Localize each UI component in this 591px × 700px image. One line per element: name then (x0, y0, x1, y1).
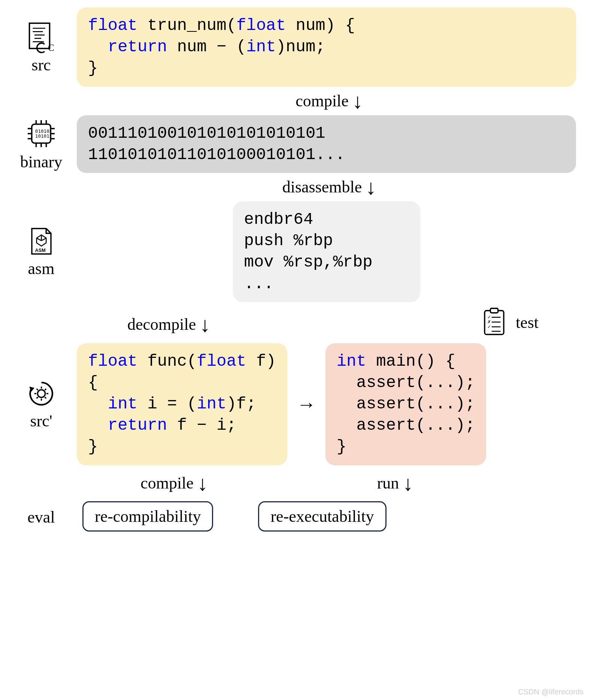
asm-label: asm (28, 259, 55, 278)
compile2-label: compile (140, 474, 194, 493)
svg-line-42 (45, 397, 46, 398)
compile-label: compile (296, 91, 349, 110)
svg-text:ASM: ASM (35, 247, 45, 253)
eval-label: eval (15, 508, 67, 527)
bottom-arrows-row: compile ↓ run ↓ (15, 469, 576, 497)
svg-text:10101: 10101 (35, 133, 49, 139)
test-code: int main() { assert(...); assert(...); a… (325, 343, 487, 465)
decompile-label: decompile (127, 315, 196, 334)
binary-label-col: 01010 10101 binary (15, 117, 67, 171)
svg-rect-27 (490, 308, 498, 313)
svg-line-43 (36, 397, 37, 398)
svg-point-36 (37, 390, 45, 397)
compile-arrow-section: compile ↓ (82, 91, 576, 112)
test-label: test (516, 313, 539, 332)
asm-label-col: ASM asm (15, 225, 67, 278)
svg-line-44 (45, 389, 46, 390)
asm-code: endbr64 push %rbp mov %rsp,%rbp ... (233, 201, 420, 302)
reverse-gear-icon (25, 378, 57, 410)
svg-line-23 (36, 238, 41, 241)
srcprime-row: src' float func(float f) { int i = (int)… (15, 343, 576, 465)
down-arrow-icon: ↓ (352, 91, 363, 112)
down-arrow-icon: ↓ (200, 314, 210, 335)
svg-text:✓: ✓ (487, 324, 491, 329)
svg-line-24 (41, 238, 46, 241)
disassemble-label: disassemble (282, 177, 362, 197)
binary-label: binary (20, 152, 62, 171)
src-label-col: C src (15, 20, 67, 74)
down-arrow-icon: ↓ (366, 177, 376, 198)
asm-file-icon: ASM (25, 225, 57, 257)
srcprime-label: src' (30, 411, 52, 430)
clipboard-icon: ✓ ✗ ✓ (478, 306, 510, 338)
source-file-icon: C (24, 20, 58, 54)
svg-text:✗: ✗ (487, 319, 491, 324)
svg-rect-0 (30, 23, 50, 49)
srcprime-label-col: src' (15, 378, 67, 430)
recompilability-box: re-compilability (82, 501, 213, 532)
binary-row: 01010 10101 binary 001110100101010101010… (15, 115, 576, 173)
chip-icon: 01010 10101 (24, 117, 58, 150)
eval-row: eval re-compilability re-executability (15, 501, 576, 532)
watermark: CSDN @liferecords (518, 688, 584, 696)
src-row: C src float trun_num(float num) { return… (15, 7, 576, 87)
srcprime-code: float func(float f) { int i = (int)f; re… (77, 343, 287, 465)
binary-code: 001110100101010101010101 110101010110101… (77, 115, 576, 173)
down-arrow-icon: ↓ (403, 473, 413, 494)
src-label: src (31, 55, 51, 74)
down-arrow-icon: ↓ (197, 473, 208, 494)
svg-text:✓: ✓ (487, 314, 491, 320)
right-arrow-icon: → (297, 393, 316, 415)
decompile-test-row: decompile ↓ ✓ ✗ ✓ test (15, 306, 576, 343)
src-code: float trun_num(float num) { return num −… (77, 7, 576, 87)
svg-text:C: C (48, 43, 54, 53)
run-label: run (377, 474, 399, 493)
reexecutability-box: re-executability (258, 501, 386, 532)
disassemble-arrow-section: disassemble ↓ (82, 177, 576, 198)
svg-line-41 (36, 389, 37, 390)
asm-row: ASM asm endbr64 push %rbp mov %rsp,%rbp … (15, 201, 576, 302)
